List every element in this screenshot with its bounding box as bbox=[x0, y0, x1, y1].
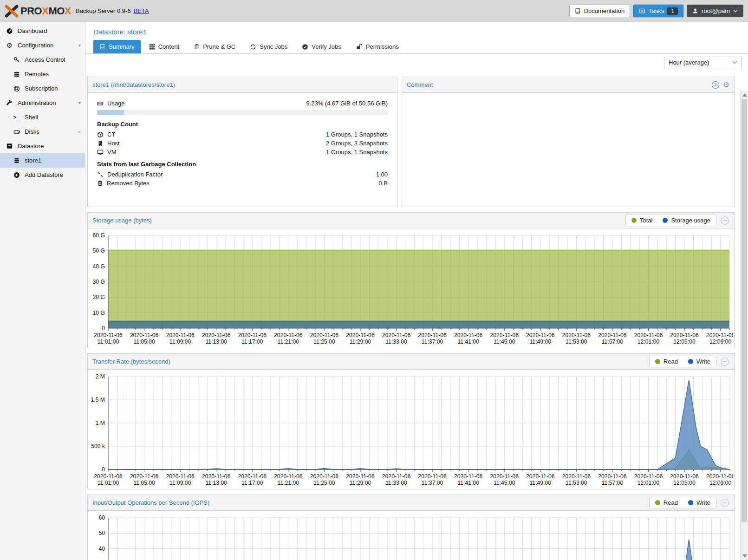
storage-usage-chart: 2020-11-0611:01:002020-11-0611:05:002020… bbox=[88, 231, 733, 348]
legend-item-storage-usage[interactable]: Storage usage bbox=[663, 217, 710, 224]
collapse-chart-button[interactable] bbox=[720, 498, 729, 508]
sidebar-item-shell[interactable]: >_ Shell bbox=[0, 110, 85, 124]
panel-header: Comment ⚙ bbox=[402, 77, 734, 93]
user-icon bbox=[692, 8, 698, 14]
svg-text:12:05:00: 12:05:00 bbox=[673, 480, 696, 486]
scrollbar-thumb[interactable] bbox=[741, 99, 747, 522]
vertical-scrollbar[interactable] bbox=[740, 91, 748, 560]
sidebar-item-configuration[interactable]: ⚙ Configuration ▾ bbox=[0, 38, 85, 52]
svg-text:11:17:00: 11:17:00 bbox=[241, 339, 263, 345]
usage-row: Usage 9.23% (4.67 GiB of 50.56 GiB) bbox=[97, 99, 388, 108]
sidebar: Dashboard ⚙ Configuration ▾ Access Contr… bbox=[0, 22, 85, 560]
panel-header: Storage usage (bytes) Total Storage usag… bbox=[88, 213, 734, 228]
svg-text:0: 0 bbox=[102, 466, 105, 473]
tab-verify-jobs[interactable]: Verify Jobs bbox=[296, 40, 347, 53]
backup-row-host: Host 2 Groups, 3 Snapshots bbox=[97, 139, 388, 148]
svg-text:12:01:00: 12:01:00 bbox=[637, 339, 660, 345]
svg-text:50: 50 bbox=[98, 530, 105, 536]
svg-text:2020-11-06: 2020-11-06 bbox=[670, 473, 699, 480]
svg-text:1 M: 1 M bbox=[96, 420, 105, 426]
svg-text:2020-11-06: 2020-11-06 bbox=[562, 473, 591, 480]
svg-text:11:13:00: 11:13:00 bbox=[205, 339, 227, 345]
svg-text:11:57:00: 11:57:00 bbox=[602, 480, 624, 486]
svg-text:11:13:00: 11:13:00 bbox=[205, 480, 227, 486]
svg-text:2020-11-06: 2020-11-06 bbox=[310, 332, 339, 339]
legend-dot-olive bbox=[631, 218, 637, 223]
user-menu-button[interactable]: root@pam bbox=[687, 5, 743, 17]
svg-text:2020-11-06: 2020-11-06 bbox=[490, 332, 519, 339]
chart-legend: Read Write bbox=[649, 356, 716, 367]
legend-item-read[interactable]: Read bbox=[655, 499, 678, 506]
server-list-icon bbox=[13, 71, 20, 78]
svg-text:12:09:00: 12:09:00 bbox=[709, 339, 732, 345]
svg-text:12:09:00: 12:09:00 bbox=[709, 480, 732, 486]
edit-comment-button[interactable] bbox=[711, 81, 720, 89]
svg-text:0: 0 bbox=[102, 325, 105, 332]
svg-text:11:37:00: 11:37:00 bbox=[422, 480, 443, 486]
svg-text:2020-11-06: 2020-11-06 bbox=[526, 332, 555, 339]
svg-text:12:05:00: 12:05:00 bbox=[673, 339, 696, 345]
tab-sync-jobs[interactable]: Sync Jobs bbox=[244, 40, 293, 53]
beta-link[interactable]: BETA bbox=[134, 7, 149, 14]
comment-body bbox=[402, 93, 734, 207]
svg-text:11:21:00: 11:21:00 bbox=[278, 339, 299, 345]
backup-count-heading: Backup Count bbox=[97, 121, 388, 128]
svg-text:11:53:00: 11:53:00 bbox=[566, 480, 587, 486]
panel-title: Input/Output Operations per Second (IOPS… bbox=[92, 499, 209, 506]
svg-text:11:29:00: 11:29:00 bbox=[350, 480, 371, 486]
life-ring-icon bbox=[13, 85, 20, 92]
sidebar-item-store1[interactable]: store1 bbox=[0, 153, 85, 168]
legend-dot-blue bbox=[688, 359, 693, 364]
svg-text:11:45:00: 11:45:00 bbox=[494, 339, 515, 345]
svg-text:2020-11-06: 2020-11-06 bbox=[634, 473, 663, 480]
tab-prune-gc[interactable]: Prune & GC bbox=[188, 40, 241, 53]
sidebar-item-administration[interactable]: Administration ▾ bbox=[0, 96, 85, 110]
monitor-icon bbox=[97, 149, 104, 156]
svg-text:11:21:00: 11:21:00 bbox=[278, 480, 299, 486]
svg-text:2020-11-06: 2020-11-06 bbox=[706, 473, 733, 480]
gc-row-dedup: Deduplication Factor 1.00 bbox=[97, 170, 388, 179]
sidebar-item-subscription[interactable]: Subscription bbox=[0, 81, 85, 96]
hdd-icon bbox=[97, 100, 104, 107]
svg-text:11:29:00: 11:29:00 bbox=[350, 339, 371, 345]
svg-text:2020-11-06: 2020-11-06 bbox=[94, 473, 123, 480]
legend-item-read[interactable]: Read bbox=[655, 358, 678, 365]
svg-text:40 G: 40 G bbox=[93, 263, 105, 270]
transfer-rate-chart: 2020-11-0611:01:002020-11-0611:05:002020… bbox=[88, 372, 733, 489]
sidebar-item-access-control[interactable]: Access Control bbox=[0, 52, 85, 67]
collapse-chart-button[interactable] bbox=[720, 357, 729, 366]
gears-icon: ⚙ bbox=[6, 42, 13, 49]
tasks-button[interactable]: Tasks 1 bbox=[633, 5, 683, 17]
legend-item-total[interactable]: Total bbox=[631, 217, 652, 224]
caret-right-icon: ▸ bbox=[78, 129, 81, 134]
legend-item-write[interactable]: Write bbox=[688, 499, 710, 506]
chart-legend: Total Storage usage bbox=[625, 215, 716, 226]
collapse-chart-button[interactable] bbox=[720, 216, 729, 225]
unlock-icon bbox=[356, 44, 363, 50]
documentation-button[interactable]: Documentation bbox=[569, 5, 630, 17]
sidebar-item-dashboard[interactable]: Dashboard bbox=[0, 24, 85, 38]
scroll-up-arrow[interactable] bbox=[742, 93, 747, 97]
tab-content[interactable]: Content bbox=[143, 40, 186, 53]
svg-text:2020-11-06: 2020-11-06 bbox=[454, 473, 483, 480]
tab-summary[interactable]: Summary bbox=[93, 40, 141, 53]
scroll-down-arrow[interactable] bbox=[742, 554, 747, 558]
sidebar-item-datastore[interactable]: Datastore bbox=[0, 139, 85, 153]
sidebar-item-disks[interactable]: Disks ▸ bbox=[0, 124, 85, 139]
sidebar-item-remotes[interactable]: Remotes bbox=[0, 67, 85, 81]
legend-dot-blue bbox=[688, 500, 693, 505]
comment-settings-button[interactable]: ⚙ bbox=[723, 81, 729, 89]
svg-text:11:45:00: 11:45:00 bbox=[494, 480, 515, 486]
sidebar-item-add-datastore[interactable]: Add Datastore bbox=[0, 168, 85, 182]
tab-permissions[interactable]: Permissions bbox=[350, 40, 405, 53]
check-circle-icon bbox=[302, 44, 308, 50]
legend-item-write[interactable]: Write bbox=[688, 358, 710, 365]
iops-chart: 2020-11-0611:01:002020-11-0611:05:002020… bbox=[88, 513, 733, 560]
legend-dot-blue bbox=[663, 218, 668, 223]
svg-text:2020-11-06: 2020-11-06 bbox=[418, 473, 447, 480]
time-range-select[interactable]: Hour (average) bbox=[664, 57, 742, 68]
svg-text:11:33:00: 11:33:00 bbox=[385, 339, 407, 345]
svg-text:2020-11-06: 2020-11-06 bbox=[634, 332, 663, 339]
svg-text:2020-11-06: 2020-11-06 bbox=[382, 332, 411, 339]
chevron-right-circle-icon bbox=[711, 81, 720, 89]
